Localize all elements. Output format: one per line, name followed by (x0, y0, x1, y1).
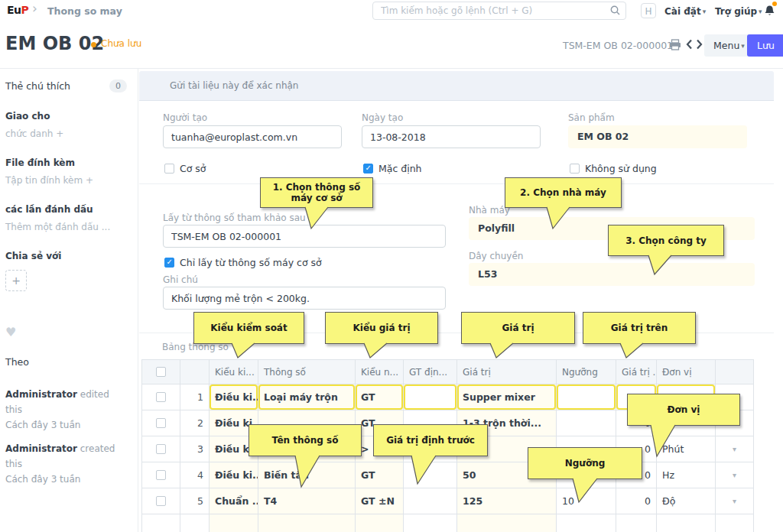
cell-don-vi[interactable] (657, 514, 716, 532)
callout-gia-tri: Giá trị (461, 312, 575, 344)
cell-gia-tri-tren[interactable]: 0 (616, 488, 657, 514)
callout-gia-tri-tren: Giá trị trên (583, 312, 696, 344)
row-checkbox[interactable] (156, 470, 166, 480)
callout-kieu-kiem-soat: Kiểu kiểm soát (193, 312, 304, 344)
add-assignment-link[interactable]: chức danh + (5, 128, 127, 139)
field-label: Lấy từ thông số tham khảo sau (163, 212, 306, 223)
field-label: Người tạo (163, 112, 207, 123)
row-checkbox[interactable] (156, 496, 166, 506)
khong-su-dung-checkbox[interactable] (570, 164, 580, 174)
table-header-row: Kiểu ki... Thông số Kiểu n... GT địn... … (142, 360, 754, 384)
avatar[interactable]: H (641, 3, 656, 18)
chi-lay-checkbox[interactable] (164, 258, 174, 268)
table-row: 4 Điều ki... Biến tần GT 50 0 Hz ▾ (142, 462, 754, 488)
cell-gia-tri-tren[interactable] (616, 514, 657, 532)
nguoi-tao-field[interactable] (163, 125, 342, 148)
table-row (142, 514, 754, 532)
cell-thong-so[interactable]: T4 (258, 488, 356, 514)
reviews-label: các lần đánh dấu (5, 204, 127, 215)
prev-doc-chevron-icon[interactable] (686, 39, 693, 50)
co-so-checkbox[interactable] (164, 164, 174, 174)
cell-nguong[interactable] (557, 384, 616, 410)
settings-menu[interactable]: Cài đặt▾ (664, 6, 706, 17)
callout-chon-cong-ty: 3. Chọn công ty (608, 225, 724, 256)
row-checkbox[interactable] (156, 392, 166, 402)
activity-entry: Administrator edited this Cách đây 3 tuầ… (5, 388, 127, 433)
cell-kieu-kiem-soat[interactable] (210, 514, 258, 532)
field-label: Sản phẩm (568, 112, 615, 123)
search-input[interactable] (372, 2, 626, 20)
activity-time: Cách đây 3 tuần (5, 418, 127, 433)
col-header-nguong[interactable]: Ngưỡng (557, 360, 616, 384)
titlebar: EM OB 02 Chưa lưu TSM-EM OB 02-000001 Me… (0, 22, 783, 69)
cell-don-vi[interactable]: Độ (657, 488, 716, 514)
select-all-cell (142, 360, 180, 384)
select-all-checkbox[interactable] (156, 367, 166, 377)
callout-don-vi: Đơn vị (627, 394, 740, 426)
ngay-tao-field[interactable] (362, 125, 541, 148)
cell-nguong[interactable] (557, 514, 616, 532)
cell-thong-so[interactable]: Loại máy trộn (258, 384, 356, 410)
col-header-kieu-kiem-soat[interactable]: Kiểu ki... (210, 360, 258, 384)
row-checkbox[interactable] (156, 418, 166, 428)
follow-label[interactable]: Theo (5, 356, 127, 368)
cell-gt-dinh-truoc[interactable] (404, 488, 457, 514)
cell-gia-tri[interactable]: Supper mixer (457, 384, 557, 410)
callout-chon-thong-so: 1. Chọn thông số máy cơ sở (260, 177, 373, 208)
mac-dinh-checkbox[interactable] (363, 164, 373, 174)
ghi-chu-field[interactable] (163, 287, 446, 310)
san-pham-field[interactable]: EM OB 02 (568, 125, 747, 148)
unsaved-status-dot (91, 42, 96, 47)
help-menu[interactable]: Trợ giúp▾ (715, 6, 762, 17)
day-chuyen-field[interactable]: L53 (469, 263, 755, 286)
cell-gia-tri[interactable] (457, 514, 557, 532)
col-header-gia-tri[interactable]: Giá trị (457, 360, 557, 384)
attachments-label: File đính kèm (5, 157, 127, 168)
cell-kieu-kiem-soat[interactable]: Điều ki... (210, 462, 258, 488)
chevron-down-icon: ▾ (703, 8, 707, 15)
notification-dot (772, 2, 777, 6)
row-index: 5 (180, 488, 210, 514)
cell-kieu-gia-tri[interactable]: GT (356, 462, 404, 488)
add-share-button[interactable]: + (5, 270, 27, 291)
tags-count-badge: 0 (109, 79, 127, 92)
tags-label: Thẻ chú thích (5, 80, 70, 92)
breadcrumb-chevron-icon: › (32, 1, 37, 16)
add-attachment-link[interactable]: Tập tin đính kèm + (5, 175, 127, 186)
col-header-gt-dinh-truoc[interactable]: GT địn... (404, 360, 457, 384)
app-logo[interactable]: EuP (7, 4, 28, 16)
checkbox-label: Chỉ lấy từ thông số máy cơ sở (180, 257, 322, 268)
cell-don-vi[interactable]: Hz (657, 462, 716, 488)
col-header-thong-so[interactable]: Thông số (258, 360, 356, 384)
col-header-gia-tri-tren[interactable]: Giá trị ... (616, 360, 657, 384)
breadcrumb[interactable]: Thong so may (47, 5, 122, 17)
row-checkbox[interactable] (156, 444, 166, 454)
save-button[interactable]: Lưu (747, 34, 783, 57)
cell-gia-tri[interactable]: 125 (457, 488, 557, 514)
like-heart-icon[interactable]: ♥ (5, 325, 127, 339)
row-index: 3 (180, 436, 210, 462)
next-doc-chevron-icon[interactable] (696, 39, 703, 50)
cell-kieu-gia-tri[interactable] (356, 514, 404, 532)
cell-kieu-kiem-soat[interactable]: Chuẩn ... (210, 488, 258, 514)
cell-gt-dinh-truoc[interactable] (404, 514, 457, 532)
row-expand-arrow[interactable]: ▾ (716, 462, 754, 488)
cell-kieu-kiem-soat[interactable]: Điều ki... (210, 384, 258, 410)
search-icon (610, 5, 620, 15)
field-label: Dây chuyền (469, 251, 523, 261)
shared-with-label: Chia sẻ với (5, 251, 127, 261)
cell-thong-so[interactable] (258, 514, 356, 532)
add-review-link[interactable]: Thêm một đánh dấu ... (5, 222, 127, 232)
row-expand-arrow[interactable]: ▾ (716, 436, 754, 462)
cell-nguong[interactable] (557, 410, 616, 436)
cell-kieu-gia-tri[interactable]: GT (356, 384, 404, 410)
print-icon[interactable] (669, 39, 681, 50)
cell-gt-dinh-truoc[interactable] (404, 384, 457, 410)
tags-section[interactable]: Thẻ chú thích 0 (5, 79, 127, 92)
notifications-bell-icon[interactable] (764, 5, 775, 17)
cell-kieu-gia-tri[interactable]: GT ±N (356, 488, 404, 514)
col-header-kieu-gia-tri[interactable]: Kiểu n... (356, 360, 404, 384)
row-expand-arrow[interactable]: ▾ (716, 488, 754, 514)
callout-chon-nha-may: 2. Chọn nhà máy (505, 177, 622, 208)
col-header-don-vi[interactable]: Đơn vị (657, 360, 716, 384)
